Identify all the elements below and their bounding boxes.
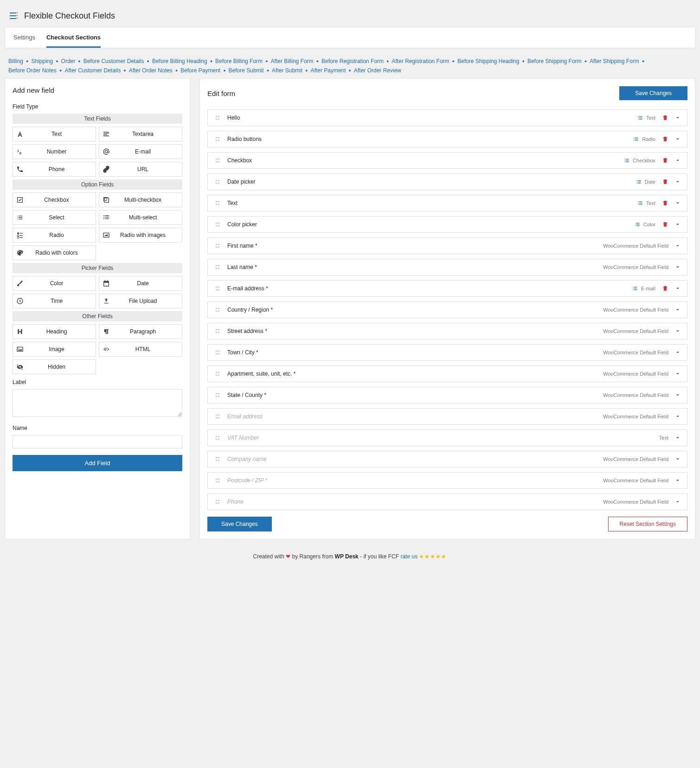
tab-settings[interactable]: Settings [13,27,35,48]
drag-handle-icon[interactable] [214,264,221,270]
field-type-e-mail[interactable]: E-mail [99,144,182,159]
drag-handle-icon[interactable] [214,285,221,292]
field-type-file-upload[interactable]: File Upload [99,294,182,308]
nav-link[interactable]: After Payment [311,67,346,74]
menu-icon [8,10,19,21]
drag-handle-icon[interactable] [214,307,221,313]
drag-handle-icon[interactable] [214,243,221,249]
nav-link[interactable]: Before Shipping Heading [457,58,519,64]
field-type-indicator: E-mail [632,285,655,292]
drag-handle-icon[interactable] [214,392,221,398]
field-type-number[interactable]: Number [13,144,96,159]
expand-field-button[interactable] [675,435,681,441]
drag-handle-icon[interactable] [214,115,221,121]
delete-field-button[interactable] [662,157,668,164]
nav-link[interactable]: After Billing Form [271,58,314,64]
field-type-phone[interactable]: Phone [13,162,96,177]
drag-handle-icon[interactable] [214,477,221,484]
field-type-image[interactable]: Image [13,342,96,357]
nav-link[interactable]: After Registration Form [392,58,450,64]
name-input[interactable] [13,435,182,448]
drag-handle-icon[interactable] [214,456,221,462]
expand-field-button[interactable] [675,328,681,334]
expand-field-button[interactable] [675,350,681,355]
nav-link[interactable]: After Order Review [354,67,401,74]
label-input[interactable] [13,389,182,417]
nav-link[interactable]: Before Submit [229,67,264,74]
expand-field-button[interactable] [675,392,681,398]
tab-checkout-sections[interactable]: Checkout Sections [46,27,101,48]
phone-icon [13,166,27,173]
expand-field-button[interactable] [675,179,681,185]
expand-field-button[interactable] [675,371,681,377]
expand-field-button[interactable] [675,456,681,462]
drag-handle-icon[interactable] [214,413,221,420]
drag-handle-icon[interactable] [214,179,221,185]
field-type-multi-select[interactable]: Multi-select [99,210,182,225]
save-changes-bottom[interactable]: Save Changes [207,517,272,531]
field-type-radio[interactable]: Radio [13,228,96,243]
expand-field-button[interactable] [675,200,681,206]
field-type-html[interactable]: HTML [99,342,182,357]
expand-field-button[interactable] [675,414,681,419]
expand-field-button[interactable] [675,478,681,483]
nav-link[interactable]: Before Customer Details [83,58,144,64]
field-type-color[interactable]: Color [13,276,96,291]
delete-field-button[interactable] [662,115,668,121]
drag-handle-icon[interactable] [214,221,221,228]
nav-link[interactable]: Order [61,58,76,64]
nav-link[interactable]: Before Order Notes [8,67,57,74]
nav-link[interactable]: After Order Notes [129,67,173,74]
field-type-textarea[interactable]: Textarea [99,127,182,141]
field-type-url[interactable]: URL [99,162,182,177]
rate-us-link[interactable]: rate us [400,553,417,560]
nav-link[interactable]: Billing [8,58,23,64]
delete-field-button[interactable] [662,221,668,228]
drag-handle-icon[interactable] [214,200,221,206]
nav-link[interactable]: After Customer Details [64,67,121,74]
drag-handle-icon[interactable] [214,136,221,142]
field-name: First name * [227,243,603,249]
expand-field-button[interactable] [675,115,681,121]
field-type-radio-with-images[interactable]: Radio with images [99,228,182,243]
field-type-time[interactable]: Time [13,294,96,308]
nav-link[interactable]: After Submit [272,67,302,74]
nav-link[interactable]: After Shipping Form [590,58,639,64]
expand-field-button[interactable] [675,158,681,163]
save-changes-top[interactable]: Save Changes [619,86,687,100]
expand-field-button[interactable] [675,243,681,249]
field-type-date[interactable]: Date [99,276,182,291]
field-type-checkbox[interactable]: Checkbox [13,192,96,207]
field-type-text[interactable]: Text [13,127,96,141]
drag-handle-icon[interactable] [214,349,221,356]
nav-link[interactable]: Before Payment [180,67,220,74]
expand-field-button[interactable] [675,286,681,291]
drag-handle-icon[interactable] [214,499,221,505]
nav-link[interactable]: Before Registration Form [321,58,384,64]
field-type-heading[interactable]: Heading [13,324,96,339]
expand-field-button[interactable] [675,136,681,142]
nav-link[interactable]: Before Billing Form [215,58,263,64]
add-field-button[interactable]: Add Field [13,455,182,471]
nav-link[interactable]: Before Shipping Form [527,58,582,64]
field-type-radio-with-colors[interactable]: Radio with colors [13,245,96,260]
expand-field-button[interactable] [675,499,681,505]
drag-handle-icon[interactable] [214,328,221,334]
field-type-select[interactable]: Select [13,210,96,225]
delete-field-button[interactable] [662,200,668,206]
delete-field-button[interactable] [662,285,668,292]
reset-section-button[interactable]: Reset Section Settings [608,517,687,531]
field-type-paragraph[interactable]: Paragraph [99,324,182,339]
drag-handle-icon[interactable] [214,157,221,164]
expand-field-button[interactable] [675,264,681,270]
expand-field-button[interactable] [675,222,681,227]
expand-field-button[interactable] [675,307,681,313]
drag-handle-icon[interactable] [214,371,221,377]
field-type-multi-checkbox[interactable]: Multi-checkbox [99,192,182,207]
delete-field-button[interactable] [662,136,668,142]
delete-field-button[interactable] [662,179,668,185]
field-type-hidden[interactable]: Hidden [13,359,96,374]
nav-link[interactable]: Before Billing Heading [152,58,207,64]
drag-handle-icon[interactable] [214,435,221,441]
nav-link[interactable]: Shipping [31,58,53,64]
